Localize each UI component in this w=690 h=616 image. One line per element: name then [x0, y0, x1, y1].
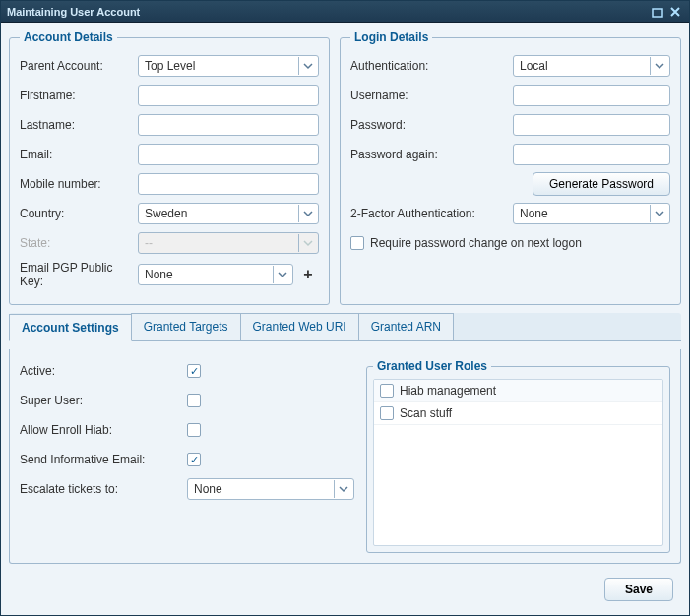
tabstrip: Account Settings Granted Targets Granted…	[9, 313, 681, 341]
label-password: Password:	[350, 118, 513, 132]
role-item[interactable]: Scan stuff	[374, 402, 662, 425]
content-area: Account Details Parent Account: Top Leve…	[1, 23, 689, 615]
role-label: Scan stuff	[400, 406, 657, 420]
legend-account-details: Account Details	[20, 31, 117, 44]
legend-granted-user-roles: Granted User Roles	[373, 359, 491, 373]
input-password-again[interactable]	[513, 144, 670, 165]
label-lastname: Lastname:	[20, 118, 138, 132]
label-escalate: Escalate tickets to:	[20, 482, 187, 496]
label-super-user: Super User:	[20, 394, 187, 407]
titlebar: Maintaining User Account	[1, 1, 689, 23]
select-pgp[interactable]: None	[138, 264, 293, 285]
save-button[interactable]: Save	[604, 578, 673, 601]
chevron-down-icon	[298, 205, 316, 222]
checkbox-role-hiab-management[interactable]	[380, 384, 394, 398]
select-parent-account[interactable]: Top Level	[138, 55, 319, 77]
role-label: Hiab management	[400, 384, 657, 398]
svg-rect-0	[653, 9, 662, 17]
roles-column: Granted User Roles Hiab management Scan …	[366, 359, 670, 553]
label-send-informative-email: Send Informative Email:	[20, 453, 187, 466]
select-escalate[interactable]: None	[187, 478, 354, 500]
select-state-value: --	[143, 236, 298, 250]
input-username[interactable]	[513, 85, 670, 106]
input-lastname[interactable]	[138, 114, 319, 136]
tab-account-settings[interactable]: Account Settings	[9, 314, 132, 341]
maximize-icon[interactable]	[650, 4, 665, 20]
checkbox-active[interactable]	[187, 364, 201, 378]
tab-granted-web-uri[interactable]: Granted Web URI	[240, 313, 359, 340]
label-active: Active:	[20, 364, 187, 378]
select-country[interactable]: Sweden	[138, 203, 319, 224]
role-item[interactable]: Hiab management	[374, 380, 662, 402]
generate-password-button[interactable]: Generate Password	[533, 172, 670, 196]
settings-column: Active: Super User: Allow Enroll Hiab: S…	[20, 359, 354, 553]
label-mobile: Mobile number:	[20, 177, 138, 191]
select-auth[interactable]: Local	[513, 55, 670, 77]
select-parent-account-value: Top Level	[143, 59, 298, 73]
tab-body-account-settings: Active: Super User: Allow Enroll Hiab: S…	[9, 349, 681, 564]
label-email: Email:	[20, 148, 138, 161]
add-pgp-button[interactable]: +	[297, 264, 319, 285]
input-firstname[interactable]	[138, 85, 319, 106]
label-pgp: Email PGP Public Key:	[20, 261, 138, 288]
input-email[interactable]	[138, 144, 319, 165]
label-parent-account: Parent Account:	[20, 59, 138, 73]
footer: Save	[9, 572, 681, 607]
label-auth: Authentication:	[350, 59, 513, 73]
label-allow-enroll-hiab: Allow Enroll Hiab:	[20, 423, 187, 437]
chevron-down-icon	[298, 57, 316, 75]
chevron-down-icon	[650, 57, 667, 75]
select-2fa[interactable]: None	[513, 203, 670, 224]
chevron-down-icon	[298, 234, 316, 252]
top-row: Account Details Parent Account: Top Leve…	[9, 31, 681, 305]
fieldset-account-details: Account Details Parent Account: Top Leve…	[9, 31, 330, 305]
select-escalate-value: None	[192, 482, 334, 496]
label-country: Country:	[20, 207, 138, 220]
select-auth-value: Local	[518, 59, 650, 73]
select-pgp-value: None	[143, 268, 273, 281]
roles-list: Hiab management Scan stuff	[373, 379, 663, 546]
label-username: Username:	[350, 89, 513, 102]
checkbox-role-scan-stuff[interactable]	[380, 406, 394, 420]
legend-login-details: Login Details	[350, 31, 432, 44]
label-2fa: 2-Factor Authentication:	[350, 207, 513, 220]
input-password[interactable]	[513, 114, 670, 136]
chevron-down-icon	[334, 480, 351, 498]
fieldset-login-details: Login Details Authentication: Local User…	[340, 31, 681, 305]
label-state: State:	[20, 236, 138, 250]
select-state: --	[138, 232, 319, 254]
window-title: Maintaining User Account	[7, 6, 648, 18]
label-password-again: Password again:	[350, 148, 513, 161]
select-country-value: Sweden	[143, 207, 298, 220]
fieldset-granted-user-roles: Granted User Roles Hiab management Scan …	[366, 359, 670, 553]
checkbox-require-password-change[interactable]	[350, 236, 364, 250]
chevron-down-icon	[650, 205, 667, 222]
label-firstname: Firstname:	[20, 89, 138, 102]
window-root: Maintaining User Account Account Details…	[0, 0, 690, 616]
tab-granted-targets[interactable]: Granted Targets	[131, 313, 241, 340]
checkbox-super-user[interactable]	[187, 394, 201, 407]
checkbox-send-informative-email[interactable]	[187, 453, 201, 466]
label-require-password-change: Require password change on next logon	[370, 236, 582, 250]
tab-granted-arn[interactable]: Granted ARN	[358, 313, 454, 340]
checkbox-allow-enroll-hiab[interactable]	[187, 423, 201, 437]
chevron-down-icon	[273, 266, 290, 283]
select-2fa-value: None	[518, 207, 650, 220]
close-icon[interactable]	[667, 4, 683, 20]
input-mobile[interactable]	[138, 173, 319, 195]
